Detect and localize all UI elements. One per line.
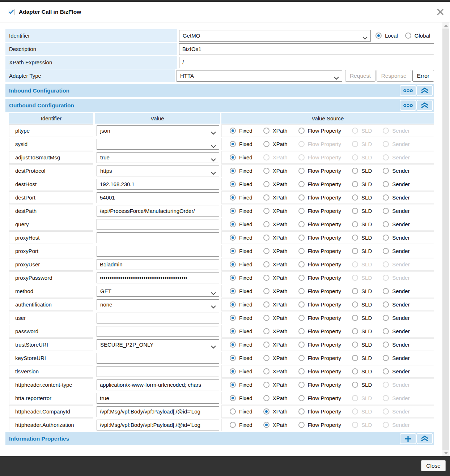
query-source-sender-radio[interactable]: Sender [383, 221, 409, 227]
proxyHost-source-flow-property-radio[interactable]: Flow Property [298, 235, 341, 241]
inbound-options-button[interactable] [400, 85, 416, 96]
httpheader.content-type-source-fixed-radio[interactable]: Fixed [230, 382, 252, 388]
sysid-source-xpath-radio[interactable]: XPath [263, 141, 288, 147]
error-button[interactable]: Error [412, 70, 434, 82]
close-button[interactable]: Close [421, 460, 446, 471]
proxyUser-source-fixed-radio[interactable]: Fixed [230, 261, 252, 267]
description-input[interactable] [179, 43, 434, 55]
inbound-collapse-button[interactable] [416, 85, 433, 96]
keyStoreURI-value-input[interactable] [97, 353, 219, 364]
query-value-input[interactable] [97, 219, 219, 230]
scope-global-radio[interactable]: Global [405, 33, 430, 39]
scrollbar-thumb[interactable] [442, 29, 449, 450]
proxyPassword-source-fixed-radio[interactable]: Fixed [230, 275, 252, 281]
method-source-flow-property-radio[interactable]: Flow Property [298, 288, 341, 294]
proxyHost-source-sld-radio[interactable]: SLD [352, 235, 372, 241]
proxyPassword-value-input[interactable] [97, 273, 219, 283]
query-source-flow-property-radio[interactable]: Flow Property [298, 221, 341, 227]
identifier-select[interactable]: GetMO [179, 30, 371, 42]
authentification-source-xpath-radio[interactable]: XPath [263, 301, 288, 308]
proxyPassword-source-xpath-radio[interactable]: XPath [263, 275, 288, 281]
proxyHost-source-xpath-radio[interactable]: XPath [263, 235, 288, 241]
destProtocol-source-flow-property-radio[interactable]: Flow Property [298, 168, 341, 174]
tlsVersion-value-input[interactable] [97, 366, 219, 377]
destProtocol-select[interactable]: https [97, 166, 219, 176]
destPath-source-sld-radio[interactable]: SLD [352, 208, 372, 214]
query-source-fixed-radio[interactable]: Fixed [230, 221, 252, 227]
destHost-source-xpath-radio[interactable]: XPath [263, 181, 288, 187]
destPort-value-input[interactable] [97, 192, 219, 203]
trustStoreURI-source-sld-radio[interactable]: SLD [352, 342, 372, 348]
httpheader.Authorization-source-xpath-radio[interactable]: XPath [263, 422, 288, 428]
trustStoreURI-source-sender-radio[interactable]: Sender [383, 342, 409, 348]
user-source-fixed-radio[interactable]: Fixed [230, 315, 252, 321]
destPath-source-xpath-radio[interactable]: XPath [263, 208, 288, 214]
keyStoreURI-source-flow-property-radio[interactable]: Flow Property [298, 355, 341, 361]
user-source-sender-radio[interactable]: Sender [383, 315, 409, 321]
proxyPort-source-xpath-radio[interactable]: XPath [263, 248, 288, 254]
destHost-value-input[interactable] [97, 179, 219, 190]
method-source-sender-radio[interactable]: Sender [383, 288, 409, 294]
destPath-value-input[interactable] [97, 206, 219, 216]
vertical-scrollbar[interactable] [442, 22, 449, 456]
authentification-select[interactable]: none [97, 299, 219, 310]
proxyPort-source-flow-property-radio[interactable]: Flow Property [298, 248, 341, 254]
sysid-source-fixed-radio[interactable]: Fixed [230, 141, 252, 147]
tlsVersion-source-flow-property-radio[interactable]: Flow Property [298, 368, 341, 374]
proxyPassword-source-flow-property-radio[interactable]: Flow Property [298, 275, 341, 281]
authentification-source-sender-radio[interactable]: Sender [383, 301, 409, 308]
httpheader.Authorization-value-input[interactable] [97, 420, 219, 430]
trustStoreURI-source-flow-property-radio[interactable]: Flow Property [298, 342, 341, 348]
outbound-options-button[interactable] [400, 100, 416, 111]
information-collapse-button[interactable] [416, 433, 433, 444]
httpheader.content-type-source-flow-property-radio[interactable]: Flow Property [298, 382, 341, 388]
password-source-fixed-radio[interactable]: Fixed [230, 328, 252, 334]
destPath-source-flow-property-radio[interactable]: Flow Property [298, 208, 341, 214]
adapter-enabled-checkbox[interactable] [8, 9, 14, 15]
method-source-xpath-radio[interactable]: XPath [263, 288, 288, 294]
method-source-sld-radio[interactable]: SLD [352, 288, 372, 294]
tlsVersion-source-sld-radio[interactable]: SLD [352, 368, 372, 374]
password-source-xpath-radio[interactable]: XPath [263, 328, 288, 334]
proxyPort-source-fixed-radio[interactable]: Fixed [230, 248, 252, 254]
keyStoreURI-source-sender-radio[interactable]: Sender [383, 355, 409, 361]
httpheader.content-type-source-sld-radio[interactable]: SLD [352, 382, 372, 388]
user-source-flow-property-radio[interactable]: Flow Property [298, 315, 341, 321]
close-icon[interactable] [436, 7, 445, 17]
destPort-source-sender-radio[interactable]: Sender [383, 194, 409, 201]
htta.reporterror-source-flow-property-radio[interactable]: Flow Property [298, 395, 341, 401]
user-value-input[interactable] [97, 313, 219, 323]
keyStoreURI-source-sld-radio[interactable]: SLD [352, 355, 372, 361]
proxyUser-source-flow-property-radio[interactable]: Flow Property [298, 261, 341, 267]
destProtocol-source-fixed-radio[interactable]: Fixed [230, 168, 252, 174]
scroll-down-button[interactable] [442, 450, 449, 456]
proxyUser-value-input[interactable] [97, 259, 219, 270]
adapter-type-select[interactable]: HTTA [177, 70, 342, 82]
query-source-xpath-radio[interactable]: XPath [263, 221, 288, 227]
httpheader.Authorization-source-flow-property-radio[interactable]: Flow Property [298, 422, 341, 428]
proxyPort-source-sld-radio[interactable]: SLD [352, 248, 372, 254]
proxyUser-source-xpath-radio[interactable]: XPath [263, 261, 288, 267]
destPath-source-sender-radio[interactable]: Sender [383, 208, 409, 214]
htta.reporterror-value-input[interactable] [97, 393, 219, 404]
pltype-source-xpath-radio[interactable]: XPath [263, 128, 288, 134]
httpheader.CompanyId-source-xpath-radio[interactable]: XPath [263, 408, 288, 415]
httpheader.CompanyId-source-fixed-radio[interactable]: Fixed [230, 408, 252, 415]
sysid-select[interactable] [97, 139, 219, 150]
proxyHost-source-fixed-radio[interactable]: Fixed [230, 235, 252, 241]
adjustToSmartMsg-source-fixed-radio[interactable]: Fixed [230, 154, 252, 160]
keyStoreURI-source-xpath-radio[interactable]: XPath [263, 355, 288, 361]
destHost-source-fixed-radio[interactable]: Fixed [230, 181, 252, 187]
authentification-source-sld-radio[interactable]: SLD [352, 301, 372, 308]
authentification-source-flow-property-radio[interactable]: Flow Property [298, 301, 341, 308]
pltype-source-fixed-radio[interactable]: Fixed [230, 128, 252, 134]
password-source-sender-radio[interactable]: Sender [383, 328, 409, 334]
proxyPort-value-input[interactable] [97, 246, 219, 257]
password-source-sld-radio[interactable]: SLD [352, 328, 372, 334]
keyStoreURI-source-fixed-radio[interactable]: Fixed [230, 355, 252, 361]
proxyPort-source-sender-radio[interactable]: Sender [383, 248, 409, 254]
method-select[interactable]: GET [97, 286, 219, 297]
outbound-collapse-button[interactable] [416, 100, 433, 111]
trustStoreURI-source-fixed-radio[interactable]: Fixed [230, 342, 252, 348]
password-value-input[interactable] [97, 326, 219, 337]
